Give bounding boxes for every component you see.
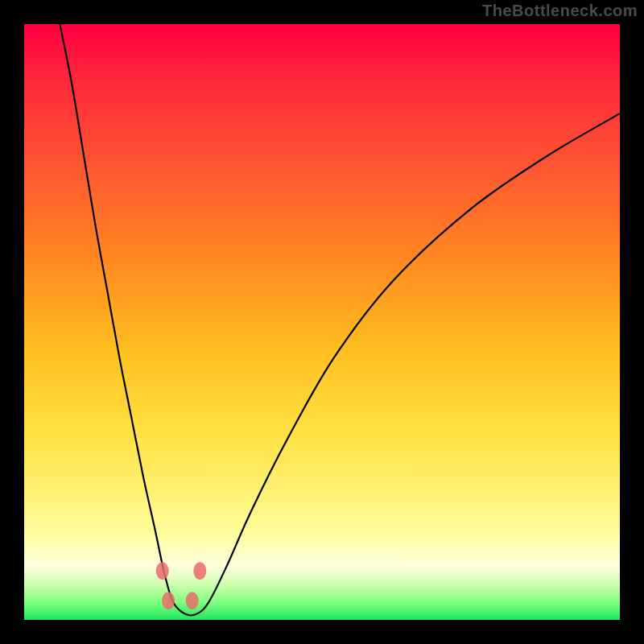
chart-frame: TheBottleneck.com <box>0 0 644 644</box>
credit-text: TheBottleneck.com <box>482 2 638 20</box>
plot-area <box>24 24 620 620</box>
gradient-background <box>24 24 620 620</box>
